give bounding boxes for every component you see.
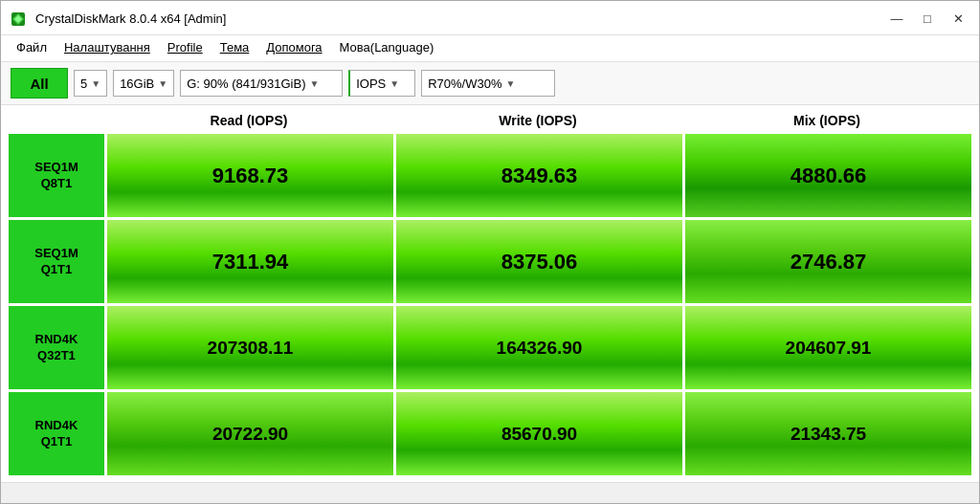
drive-dropdown[interactable]: G: 90% (841/931GiB) ▼: [180, 70, 343, 97]
menu-bar: Файл Налаштування Profile Тема Допомога …: [1, 35, 979, 62]
value-seq1m-q1t1-write: 8375.06: [501, 250, 578, 274]
size-arrow: ▼: [158, 78, 167, 89]
menu-item-theme[interactable]: Тема: [212, 37, 257, 59]
toolbar: All 5 ▼ 16GiB ▼ G: 90% (841/931GiB) ▼ IO…: [1, 62, 979, 105]
value-seq1m-q8t1-read: 9168.73: [212, 164, 289, 188]
header-empty: [9, 109, 104, 132]
value-seq1m-q8t1-write: 8349.63: [501, 164, 578, 188]
table-row: RND4KQ32T1 207308.11 164326.90 204607.91: [9, 306, 971, 389]
count-arrow: ▼: [91, 78, 100, 89]
cell-rnd4k-q1t1-read: 20722.90: [107, 392, 393, 475]
all-button[interactable]: All: [11, 68, 68, 99]
title-bar: CrystalDiskMark 8.0.4 x64 [Admin] — □ ✕: [1, 1, 979, 35]
size-value: 16GiB: [120, 77, 154, 91]
ratio-arrow: ▼: [506, 78, 516, 89]
header-write: Write (IOPS): [393, 109, 682, 132]
menu-item-language[interactable]: Мова(Language): [332, 37, 442, 59]
value-seq1m-q1t1-mix: 2746.87: [791, 250, 867, 274]
results-table: Read (IOPS) Write (IOPS) Mix (IOPS) SEQ1…: [1, 105, 979, 482]
size-dropdown[interactable]: 16GiB ▼: [113, 70, 174, 97]
value-rnd4k-q1t1-read: 20722.90: [212, 424, 288, 445]
value-rnd4k-q32t1-mix: 204607.91: [786, 338, 872, 359]
table-header: Read (IOPS) Write (IOPS) Mix (IOPS): [9, 109, 971, 132]
cell-seq1m-q8t1-read: 9168.73: [107, 134, 393, 217]
table-row: SEQ1MQ8T1 9168.73 8349.63 4880.66: [9, 134, 971, 217]
row-label-seq1m-q1t1: SEQ1MQ1T1: [9, 220, 104, 303]
ratio-dropdown[interactable]: R70%/W30% ▼: [421, 70, 555, 97]
menu-item-profile[interactable]: Profile: [160, 37, 211, 59]
ratio-value: R70%/W30%: [428, 77, 501, 91]
count-value: 5: [80, 77, 87, 91]
title-bar-controls: — □ ✕: [883, 10, 971, 29]
value-rnd4k-q1t1-mix: 21343.75: [791, 424, 866, 445]
cell-rnd4k-q32t1-read: 207308.11: [107, 306, 393, 389]
status-bar: [1, 482, 979, 503]
mode-dropdown[interactable]: IOPS ▼: [348, 70, 415, 97]
mode-value: IOPS: [356, 77, 386, 91]
value-seq1m-q8t1-mix: 4880.66: [791, 164, 867, 188]
cell-rnd4k-q32t1-mix: 204607.91: [685, 306, 971, 389]
window-title: CrystalDiskMark 8.0.4 x64 [Admin]: [35, 11, 226, 26]
cell-seq1m-q1t1-mix: 2746.87: [685, 220, 971, 303]
title-bar-left: CrystalDiskMark 8.0.4 x64 [Admin]: [9, 10, 226, 29]
cell-seq1m-q1t1-read: 7311.94: [107, 220, 393, 303]
cell-rnd4k-q1t1-mix: 21343.75: [685, 392, 971, 475]
table-row: SEQ1MQ1T1 7311.94 8375.06 2746.87: [9, 220, 971, 303]
app-icon: [9, 10, 28, 29]
value-seq1m-q1t1-read: 7311.94: [212, 250, 289, 274]
row-label-rnd4k-q1t1: RND4KQ1T1: [9, 392, 104, 475]
count-dropdown[interactable]: 5 ▼: [74, 70, 107, 97]
maximize-button[interactable]: □: [914, 10, 941, 29]
menu-item-settings[interactable]: Налаштування: [56, 37, 158, 59]
value-rnd4k-q32t1-write: 164326.90: [497, 338, 583, 359]
minimize-button[interactable]: —: [883, 10, 910, 29]
header-mix: Mix (IOPS): [682, 109, 971, 132]
cell-rnd4k-q32t1-write: 164326.90: [396, 306, 682, 389]
menu-item-help[interactable]: Допомога: [258, 37, 329, 59]
cell-seq1m-q1t1-write: 8375.06: [396, 220, 682, 303]
cell-rnd4k-q1t1-write: 85670.90: [396, 392, 682, 475]
drive-value: G: 90% (841/931GiB): [187, 77, 305, 91]
row-label-seq1m-q8t1: SEQ1MQ8T1: [9, 134, 104, 217]
row-label-rnd4k-q32t1: RND4KQ32T1: [9, 306, 104, 389]
value-rnd4k-q32t1-read: 207308.11: [208, 338, 294, 359]
app-window: CrystalDiskMark 8.0.4 x64 [Admin] — □ ✕ …: [0, 0, 980, 504]
cell-seq1m-q8t1-mix: 4880.66: [685, 134, 971, 217]
table-row: RND4KQ1T1 20722.90 85670.90 21343.75: [9, 392, 971, 475]
cell-seq1m-q8t1-write: 8349.63: [396, 134, 682, 217]
close-button[interactable]: ✕: [945, 10, 971, 29]
value-rnd4k-q1t1-write: 85670.90: [501, 424, 577, 445]
header-read: Read (IOPS): [104, 109, 393, 132]
mode-arrow: ▼: [390, 78, 399, 89]
drive-arrow: ▼: [309, 78, 319, 89]
menu-item-file[interactable]: Файл: [9, 37, 55, 59]
